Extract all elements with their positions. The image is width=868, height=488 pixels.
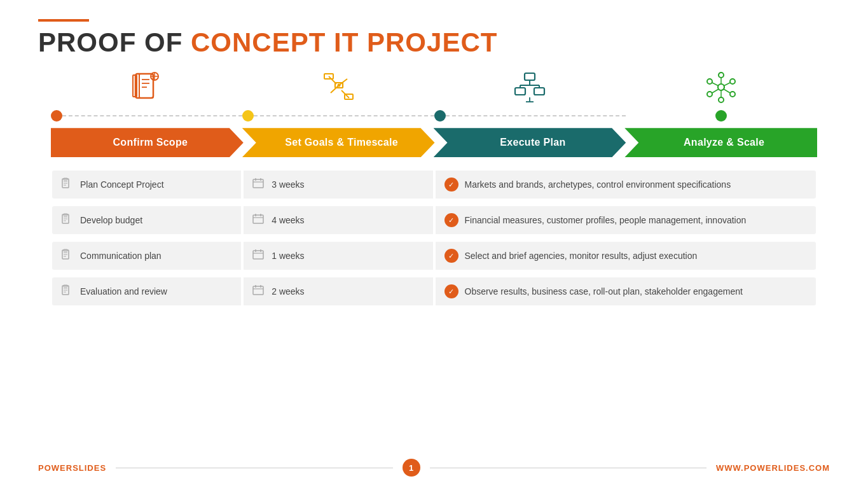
duration-cell-3: 1 weeks xyxy=(244,242,432,270)
desc-cell-2: ✓ Financial measures, customer profiles,… xyxy=(436,206,816,234)
footer-brand: POWERSLIDES xyxy=(38,463,106,473)
timeline-line-1 xyxy=(62,115,242,116)
brand-dark: POWER xyxy=(38,463,72,473)
task-icon-1 xyxy=(61,178,74,192)
svg-point-33 xyxy=(707,79,712,84)
svg-rect-23 xyxy=(515,88,525,95)
timeline-row xyxy=(38,110,830,122)
duration-text-4: 2 weeks xyxy=(272,286,304,296)
timeline-line-2 xyxy=(254,115,434,116)
banner-execute-plan: Execute Plan xyxy=(434,128,626,157)
icons-row xyxy=(38,70,830,110)
task-icon-2 xyxy=(61,213,74,227)
banner-label-4: Analyze & Scale xyxy=(684,137,764,148)
banner-label-2: Set Goals & Timescale xyxy=(285,137,398,148)
svg-rect-54 xyxy=(253,215,263,223)
timeline-segment-1 xyxy=(51,110,242,122)
svg-point-28 xyxy=(719,73,724,78)
title-dark-part: PROOF OF xyxy=(38,27,183,57)
svg-line-38 xyxy=(712,89,719,93)
svg-line-36 xyxy=(724,89,730,93)
svg-point-27 xyxy=(718,84,724,90)
svg-rect-63 xyxy=(253,251,263,259)
icon-network xyxy=(434,70,626,110)
duration-icon-3 xyxy=(252,249,265,263)
dot-1 xyxy=(51,110,62,122)
banners-row: Confirm Scope Set Goals & Timescale Exec… xyxy=(38,128,830,157)
dot-2 xyxy=(242,110,254,122)
timeline-segment-4 xyxy=(626,110,817,122)
duration-icon-1 xyxy=(252,178,265,192)
check-icon-4: ✓ xyxy=(444,284,458,298)
svg-point-16 xyxy=(337,84,340,87)
check-icon-1: ✓ xyxy=(444,178,458,192)
duration-icon-4 xyxy=(252,284,265,298)
task-cell-1: Plan Concept Project xyxy=(52,171,241,199)
svg-point-29 xyxy=(730,79,735,84)
banner-confirm-scope: Confirm Scope xyxy=(51,128,244,157)
icon-book xyxy=(51,70,242,110)
timeline-segment-3 xyxy=(434,110,626,122)
task-icon-4 xyxy=(61,284,74,298)
desc-cell-1: ✓ Markets and brands, archetypes, contro… xyxy=(436,171,816,199)
footer: POWERSLIDES 1 WWW.POWERLIDES.COM xyxy=(38,459,830,477)
duration-cell-1: 3 weeks xyxy=(244,171,432,199)
page-container: PROOF OF CONCEPT IT PROJECT xyxy=(0,0,868,488)
banner-label-1: Confirm Scope xyxy=(113,137,188,148)
footer-page-number: 1 xyxy=(403,459,420,477)
task-text-3: Communication plan xyxy=(80,251,162,261)
task-icon-3 xyxy=(61,249,74,263)
duration-text-1: 3 weeks xyxy=(272,179,304,190)
check-icon-3: ✓ xyxy=(444,249,458,263)
timeline-line-3 xyxy=(446,115,626,116)
duration-cell-2: 4 weeks xyxy=(244,206,432,234)
task-cell-4: Evaluation and review xyxy=(52,277,241,305)
desc-text-3: Select and brief agencies, monitor resul… xyxy=(465,251,698,261)
desc-cell-3: ✓ Select and brief agencies, monitor res… xyxy=(436,242,816,270)
dot-3 xyxy=(434,110,446,122)
footer-line-left xyxy=(116,468,392,468)
desc-text-1: Markets and brands, archetypes, control … xyxy=(465,179,731,190)
desc-cell-4: ✓ Observe results, business case, roll-o… xyxy=(436,277,816,305)
task-cell-3: Communication plan xyxy=(52,242,241,270)
svg-rect-72 xyxy=(253,286,263,295)
task-text-2: Develop budget xyxy=(80,215,142,225)
header-accent-line xyxy=(38,19,89,22)
task-text-4: Evaluation and review xyxy=(80,286,167,296)
dot-4 xyxy=(715,110,727,122)
banner-set-goals: Set Goals & Timescale xyxy=(242,128,435,157)
brand-orange: SLIDES xyxy=(72,463,106,473)
svg-line-35 xyxy=(724,83,730,86)
svg-point-30 xyxy=(730,92,735,97)
task-text-1: Plan Concept Project xyxy=(80,179,164,190)
svg-line-39 xyxy=(712,83,719,86)
svg-rect-17 xyxy=(525,73,535,80)
duration-icon-2 xyxy=(252,213,265,227)
svg-rect-24 xyxy=(534,88,544,95)
duration-text-2: 4 weeks xyxy=(272,215,304,225)
check-icon-2: ✓ xyxy=(444,213,458,227)
svg-point-31 xyxy=(719,97,724,102)
banner-label-3: Execute Plan xyxy=(500,137,565,148)
banner-analyze-scale: Analyze & Scale xyxy=(624,128,817,157)
desc-text-2: Financial measures, customer profiles, p… xyxy=(465,215,747,225)
svg-point-32 xyxy=(707,92,712,97)
duration-cell-4: 2 weeks xyxy=(244,277,432,305)
duration-text-3: 1 weeks xyxy=(272,251,304,261)
page-title: PROOF OF CONCEPT IT PROJECT xyxy=(38,28,830,57)
svg-rect-45 xyxy=(253,179,263,188)
data-table: Plan Concept Project 3 weeks ✓ Markets a… xyxy=(38,169,830,307)
desc-text-4: Observe results, business case, roll-out… xyxy=(465,286,743,296)
icon-molecule xyxy=(626,70,817,110)
footer-url: WWW.POWERLIDES.COM xyxy=(716,463,830,473)
task-cell-2: Develop budget xyxy=(52,206,241,234)
footer-line-right xyxy=(430,468,706,468)
title-orange-part: CONCEPT IT PROJECT xyxy=(191,27,497,57)
icon-satellite xyxy=(242,70,434,110)
timeline-segment-2 xyxy=(242,110,434,122)
